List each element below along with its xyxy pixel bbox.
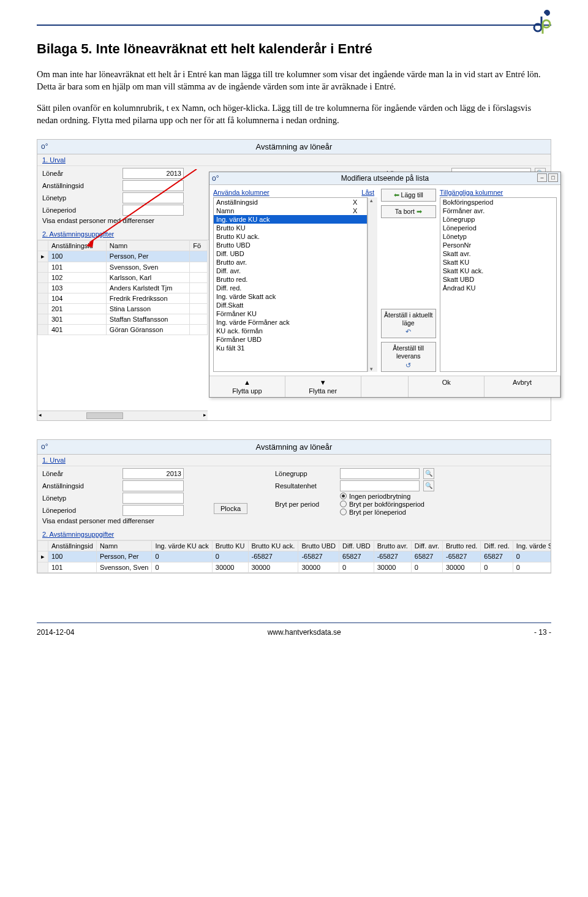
window-title: Avstämning av löneår [37,140,551,154]
label-visa-diff: Visa endast personer med differenser [42,217,154,224]
radio-option[interactable]: Bryt per löneperiod [340,509,424,516]
input-anst-2[interactable] [123,480,184,491]
list-item[interactable]: Diff.Skatt [214,301,367,309]
label-lonetyp: Lönetyp [42,194,119,202]
list-item[interactable]: Diff. UBD [214,249,367,258]
search-icon[interactable]: 🔍 [423,480,434,491]
label-loneperiod: Löneperiod [42,206,119,214]
input-loneperiod-2[interactable] [123,505,184,516]
list-item[interactable]: Ku fält 31 [214,344,367,352]
plocka-button[interactable]: Plocka [214,503,247,514]
list-item[interactable]: Skatt KU [440,258,556,267]
scrollbar-horizontal[interactable]: ◂ ▸ [37,411,208,420]
search-icon[interactable]: 🔍 [423,468,434,479]
list-item[interactable]: Ing. värde KU ack [214,215,367,224]
list-item[interactable]: KU ack. förmån [214,327,367,335]
bryt-radio-group: Ingen periodbrytningBryt per bokföringsp… [340,493,424,516]
input-lonegrupp-2[interactable] [340,468,420,479]
svg-point-0 [534,24,541,31]
add-column-button[interactable]: ⬅ Lägg till [381,189,436,202]
move-up-button[interactable]: ▲Flytta upp [209,376,285,397]
table-row[interactable]: ▸100Persson, Per00-65827-6582765827-6582… [38,551,551,562]
list-item[interactable]: Brutto avr. [214,258,367,267]
cancel-button[interactable]: Avbryt [484,376,560,397]
table-row[interactable]: 103Anders Karlstedt Tjm [38,282,208,293]
table-row[interactable]: 104Fredrik Fredriksson [38,293,208,303]
list-item[interactable]: Brutto red. [214,275,367,284]
scrollbar-vertical[interactable] [368,197,377,372]
filter-form-2: Löneår Anställningsid Lönetyp Löneperiod… [37,466,551,529]
list-item[interactable]: AnställningsidX [214,198,367,206]
dialog-title: o° Modifiera utseende på lista – □ [209,172,560,185]
ok-button[interactable]: Ok [409,376,484,397]
table-row[interactable]: 401Göran Göransson [38,324,208,335]
list-item[interactable]: Förmåner avr. [440,206,556,215]
list-item[interactable]: Skatt UBD [440,275,556,284]
footer-url: www.hantverksdata.se [268,628,341,637]
section-1-link[interactable]: 1. Urval [37,154,551,166]
input-lonetyp-2[interactable] [123,493,184,504]
minimize-icon[interactable]: – [537,173,547,182]
table-row[interactable]: ▸100Persson, Per [38,251,208,262]
list-item[interactable]: Skatt KU ack. [440,267,556,275]
maximize-icon[interactable]: □ [548,173,558,182]
modify-columns-dialog: o° Modifiera utseende på lista – □ Använ… [209,172,561,398]
available-columns-list[interactable]: BokföringsperiodFörmåner avr.LönegruppLö… [440,197,557,372]
list-item[interactable]: Diff. red. [214,284,367,292]
input-anst[interactable] [123,180,184,191]
page-footer: 2014-12-04 www.hantverksdata.se - 13 - [37,623,551,637]
list-item[interactable]: Lönetyp [440,232,556,241]
app-window-2: o° Avstämning av löneår 1. Urval Löneår … [37,439,551,573]
page-heading: Bilaga 5. Inte löneavräknat ett helt kal… [37,41,551,57]
input-loneperiod[interactable] [123,205,184,216]
remove-column-button[interactable]: Ta bort ➡ [381,205,436,218]
paragraph-1: Om man inte har löneavräknat ett helt år… [37,68,551,93]
table-row[interactable]: 101Svensson, Sven [38,262,208,272]
list-item[interactable]: Brutto UBD [214,241,367,249]
locked-header: Låst [359,189,377,197]
radio-option[interactable]: Bryt per bokföringsperiod [340,501,424,508]
list-item[interactable]: Brutto KU ack. [214,232,367,241]
input-lonetyp[interactable] [123,192,184,203]
window-title-2: Avstämning av löneår [37,440,551,455]
available-columns-header: Tillgängliga kolumner [440,189,557,197]
header-rule [37,25,551,26]
table-row[interactable]: 102Karlsson, Karl [38,272,208,282]
used-columns-list[interactable]: AnställningsidXNamnXIng. värde KU ackBru… [213,197,368,372]
input-lonear-2[interactable] [123,468,184,479]
input-lonear[interactable] [123,168,184,179]
list-item[interactable]: Ändrad KU [440,284,556,292]
list-item[interactable]: Diff. avr. [214,267,367,275]
table-row[interactable]: 201Stina Larsson [38,303,208,314]
section-1-link[interactable]: 1. Urval [37,455,551,466]
list-item[interactable]: Bokföringsperiod [440,198,556,206]
input-resultat-2[interactable] [340,480,420,491]
list-item[interactable]: NamnX [214,206,367,215]
list-item[interactable]: Lönegrupp [440,215,556,224]
app-icon: o° [41,142,48,151]
footer-page: - 13 - [534,628,551,637]
list-item[interactable]: Förmåner KU [214,309,367,318]
results-table[interactable]: AnställningsidNamnIng. värde KU ackBrutt… [37,540,551,573]
move-down-button[interactable]: ▼Flytta ner [285,376,361,397]
list-item[interactable]: Ing. värde Förmåner ack [214,318,367,327]
list-item[interactable]: Ing. värde Skatt ack [214,292,367,301]
reset-delivery-button[interactable]: Återställ till leverans↺ [381,342,436,371]
section-2-link[interactable]: 2. Avstämningsuppgifter [37,529,551,540]
radio-option[interactable]: Ingen periodbrytning [340,493,424,500]
reset-current-button[interactable]: Återställ i aktuellt läge↶ [381,309,436,338]
list-item[interactable]: Skatt avr. [440,249,556,258]
table-row[interactable]: 301Staffan Staffansson [38,314,208,324]
list-item[interactable]: Löneperiod [440,224,556,232]
list-item[interactable]: Förmåner UBD [214,335,367,344]
app-icon: o° [41,442,48,451]
table-row[interactable]: 101Svensson, Sven03000030000300000300000… [38,562,551,572]
col-for[interactable]: Fö [190,240,208,251]
persons-table[interactable]: Anställningsid Namn Fö ▸100Persson, Per1… [37,240,208,335]
label-bryt: Bryt per period [275,501,336,508]
col-namn[interactable]: Namn [106,240,189,251]
list-item[interactable]: PersonNr [440,241,556,249]
col-id[interactable]: Anställningsid [48,240,107,251]
app-window-1: o° Avstämning av löneår 1. Urval Löneår … [37,139,551,421]
list-item[interactable]: Brutto KU [214,224,367,232]
